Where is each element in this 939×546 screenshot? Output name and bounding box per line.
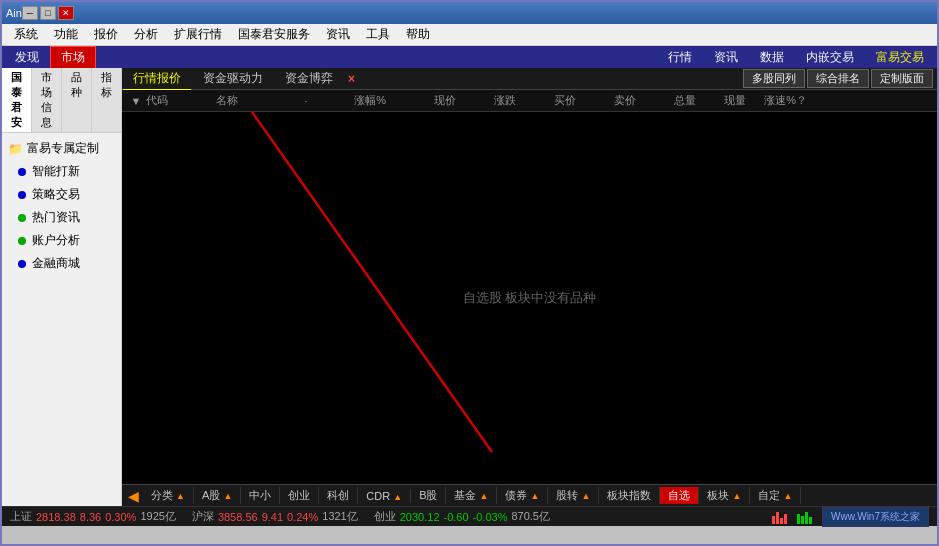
- menu-function[interactable]: 功能: [46, 24, 86, 45]
- tab-market[interactable]: 市场: [50, 46, 96, 69]
- multi-row-button[interactable]: 多股同列: [743, 69, 805, 88]
- bottom-tab-fund[interactable]: 基金 ▲: [446, 487, 497, 504]
- menu-help[interactable]: 帮助: [398, 24, 438, 45]
- col-header-code: 代码: [146, 93, 216, 108]
- custom-button[interactable]: 定制版面: [871, 69, 933, 88]
- secondary-tab-quote-price[interactable]: 行情报价: [122, 67, 192, 91]
- bottom-tab-kechuang-label: 科创: [327, 489, 349, 501]
- col-header-buy: 买价: [516, 93, 576, 108]
- bottom-tab-classify-arrow: ▲: [176, 491, 185, 501]
- bottom-tab-sector[interactable]: 板块 ▲: [699, 487, 750, 504]
- sidebar-item-smart-label: 智能打新: [32, 163, 80, 180]
- bottom-tab-custom-select[interactable]: 自选: [660, 487, 699, 504]
- status-label-huhu: 沪深: [192, 509, 214, 524]
- secondary-tab-bar: 行情报价 资金驱动力 资金博弈 × 多股同列 综合排名 定制版面: [122, 68, 937, 90]
- close-button[interactable]: ✕: [58, 6, 74, 20]
- status-label-shanghai: 上证: [10, 509, 32, 524]
- sidebar-tab-market[interactable]: 市场信息: [32, 68, 62, 132]
- sidebar-tabs: 国泰君安 市场信息 品种 指标: [2, 68, 121, 133]
- bottom-tab-bond[interactable]: 债券 ▲: [497, 487, 548, 504]
- dot-icon-strategy: [18, 191, 26, 199]
- sidebar-group-fueasy[interactable]: 📁 富易专属定制: [2, 137, 121, 160]
- bottom-tab-custom-define[interactable]: 自定 ▲: [750, 487, 801, 504]
- bottom-tab-kechuang[interactable]: 科创: [319, 487, 358, 504]
- menu-system[interactable]: 系统: [6, 24, 46, 45]
- sidebar-tab-variety[interactable]: 品种: [62, 68, 92, 132]
- bottom-tab-classify[interactable]: 分类 ▲: [143, 487, 194, 504]
- bottom-tab-sector-index[interactable]: 板块指数: [599, 487, 660, 504]
- sidebar-item-strategy[interactable]: 策略交易: [2, 183, 121, 206]
- bottom-tab-customselect-label: 自选: [668, 489, 690, 501]
- col-header-speed: 涨速%: [746, 93, 796, 108]
- sidebar-tab-indicator[interactable]: 指标: [92, 68, 121, 132]
- menu-quote[interactable]: 报价: [86, 24, 126, 45]
- bottom-tab-fund-arrow: ▲: [480, 491, 489, 501]
- minimize-button[interactable]: ─: [22, 6, 38, 20]
- status-change-huhu: 9.41: [262, 511, 283, 523]
- status-pct-huhu: 0.24%: [287, 511, 318, 523]
- status-vol-chuangye: 870.5亿: [511, 509, 550, 524]
- tab-neicang[interactable]: 内嵌交易: [795, 46, 865, 69]
- bottom-tab-chuangye[interactable]: 创业: [280, 487, 319, 504]
- bottom-tab-midsmall-label: 中小: [249, 489, 271, 501]
- mini-chart-up: [772, 510, 787, 524]
- tab-shuju[interactable]: 数据: [749, 46, 795, 69]
- dot-icon-hotinfo: [18, 214, 26, 222]
- menu-guotai[interactable]: 国泰君安服务: [230, 24, 318, 45]
- win7-watermark: Www.Win7系统之家: [822, 507, 929, 527]
- main-window: Ain ─ □ ✕ 系统 功能 报价 分析 扩展行情 国泰君安服务 资讯 工具 …: [0, 0, 939, 546]
- bottom-tab-cdr-arrow: ▲: [393, 492, 402, 502]
- status-pct-shanghai: 0.30%: [105, 511, 136, 523]
- menu-tools[interactable]: 工具: [358, 24, 398, 45]
- sidebar-item-account[interactable]: 账户分析: [2, 229, 121, 252]
- sidebar-item-hotinfo-label: 热门资讯: [32, 209, 80, 226]
- secondary-tab-capital-game[interactable]: 资金博弈: [274, 67, 344, 90]
- top-tab-bar: 发现 市场 行情 资讯 数据 内嵌交易 富易交易: [2, 46, 937, 68]
- menu-analysis[interactable]: 分析: [126, 24, 166, 45]
- bottom-tab-cdr[interactable]: CDR ▲: [358, 489, 411, 503]
- empty-message: 自选股 板块中没有品种: [463, 289, 597, 307]
- bottom-tab-customdefine-arrow: ▲: [783, 491, 792, 501]
- status-vol-huhu: 1321亿: [322, 509, 357, 524]
- secondary-tab-capital-drive[interactable]: 资金驱动力: [192, 67, 274, 90]
- folder-icon: 📁: [8, 142, 23, 156]
- menu-info[interactable]: 资讯: [318, 24, 358, 45]
- col-header-question: ？: [796, 93, 807, 108]
- comprehensive-button[interactable]: 综合排名: [807, 69, 869, 88]
- sidebar-item-smart[interactable]: 智能打新: [2, 160, 121, 183]
- status-label-chuangye: 创业: [374, 509, 396, 524]
- menu-extended[interactable]: 扩展行情: [166, 24, 230, 45]
- tab-fueasy[interactable]: 富易交易: [865, 46, 935, 69]
- bottom-tabs: ◀ 分类 ▲ A股 ▲ 中小 创业 科创: [122, 484, 937, 506]
- tab-xingqing[interactable]: 行情: [657, 46, 703, 69]
- col-header-sell: 卖价: [576, 93, 636, 108]
- sidebar-item-finance-label: 金融商城: [32, 255, 80, 272]
- status-index-shanghai: 2818.38: [36, 511, 76, 523]
- tab-zixun[interactable]: 资讯: [703, 46, 749, 69]
- sidebar-tab-guotai[interactable]: 国泰君安: [2, 68, 32, 132]
- status-bar: 上证 2818.38 8.36 0.30% 1925亿 沪深 3858.56 9…: [2, 506, 937, 526]
- secondary-tab-close[interactable]: ×: [348, 72, 355, 86]
- bottom-tab-a-stock[interactable]: A股 ▲: [194, 487, 241, 504]
- bottom-tab-b-stock[interactable]: B股: [411, 487, 446, 504]
- status-index-chuangye: 2030.12: [400, 511, 440, 523]
- sidebar-item-strategy-label: 策略交易: [32, 186, 80, 203]
- bottom-tab-stock-transfer[interactable]: 股转 ▲: [548, 487, 599, 504]
- bottom-tab-customdefine-label: 自定: [758, 489, 780, 501]
- tab-discover[interactable]: 发现: [4, 46, 50, 69]
- maximize-button[interactable]: □: [40, 6, 56, 20]
- main-layout: 国泰君安 市场信息 品种 指标 📁 富易专属定制 智能打新 策略交易: [2, 68, 937, 506]
- bottom-nav-arrow-left[interactable]: ◀: [124, 488, 143, 504]
- sidebar-item-finance[interactable]: 金融商城: [2, 252, 121, 275]
- table-header: ▼ 代码 名称 · 涨幅% 现价 涨跌 买价 卖价 总量 现量 涨速% ？: [122, 90, 937, 112]
- col-header-change: 涨跌: [456, 93, 516, 108]
- sidebar-item-hotinfo[interactable]: 热门资讯: [2, 206, 121, 229]
- col-header-dot: ·: [296, 95, 316, 107]
- status-item-huhu: 沪深 3858.56 9.41 0.24% 1321亿: [192, 509, 358, 524]
- title-text: Ain: [6, 7, 22, 19]
- bottom-tab-classify-label: 分类: [151, 489, 173, 501]
- bottom-tab-astock-label: A股: [202, 489, 220, 501]
- bottom-tab-mid-small[interactable]: 中小: [241, 487, 280, 504]
- col-header-total: 总量: [636, 93, 696, 108]
- secondary-tabs-left: 行情报价 资金驱动力 资金博弈 ×: [122, 67, 743, 91]
